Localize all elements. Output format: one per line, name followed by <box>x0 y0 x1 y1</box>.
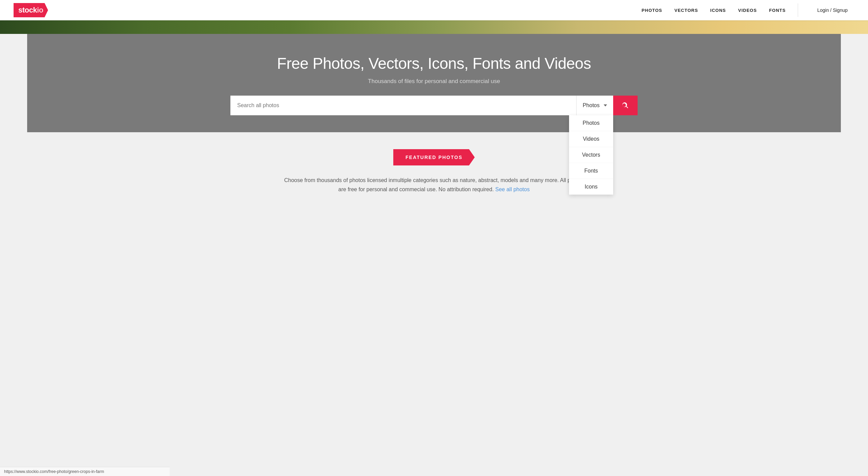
hero-image-bar <box>0 20 868 34</box>
search-bar-wrap: Photos Photos Videos Vectors <box>230 96 638 115</box>
nav-vectors[interactable]: VECTORS <box>675 8 698 13</box>
nav-photos[interactable]: PHOTOS <box>642 8 662 13</box>
dropdown-option-vectors[interactable]: Vectors <box>569 147 613 163</box>
login-link[interactable]: Login / Signup <box>810 7 854 13</box>
dropdown-option-fonts[interactable]: Fonts <box>569 163 613 179</box>
search-subheadline: Thousands of files for personal and comm… <box>34 78 834 85</box>
search-section: Free Photos, Vectors, Icons, Fonts and V… <box>27 34 841 132</box>
nav-videos[interactable]: VIDEOS <box>738 8 757 13</box>
chevron-down-icon <box>604 104 607 106</box>
search-input[interactable] <box>230 96 576 115</box>
search-dropdown-menu: Photos Videos Vectors Fonts Icons <box>569 115 613 195</box>
search-type-dropdown[interactable]: Photos <box>576 96 613 115</box>
dropdown-option-icons[interactable]: Icons <box>569 179 613 195</box>
main-nav: PHOTOS VECTORS ICONS VIDEOS FONTS Login … <box>642 3 854 17</box>
main-content: Free Photos, Vectors, Icons, Fonts and V… <box>0 34 868 204</box>
search-headline: Free Photos, Vectors, Icons, Fonts and V… <box>34 54 834 73</box>
site-header: stockio PHOTOS VECTORS ICONS VIDEOS FONT… <box>0 0 868 20</box>
featured-photos-button[interactable]: FEATURED PHOTOS <box>393 149 475 165</box>
logo-wrap: stockio <box>14 3 48 17</box>
nav-icons[interactable]: ICONS <box>710 8 726 13</box>
search-icon <box>622 102 629 109</box>
search-button[interactable] <box>613 96 638 115</box>
featured-section: FEATURED PHOTOS Choose from thousands of… <box>0 132 868 204</box>
nav-divider <box>798 3 798 17</box>
featured-description: Choose from thousands of photos licensed… <box>281 176 587 194</box>
logo[interactable]: stockio <box>14 3 48 17</box>
nav-fonts[interactable]: FONTS <box>769 8 786 13</box>
dropdown-selected-label: Photos <box>583 102 600 108</box>
dropdown-option-photos[interactable]: Photos <box>569 115 613 131</box>
see-all-photos-link[interactable]: See all photos <box>495 186 530 192</box>
dropdown-option-videos[interactable]: Videos <box>569 131 613 147</box>
status-bar: https://www.stockio.com/free-photo/green… <box>0 467 170 476</box>
